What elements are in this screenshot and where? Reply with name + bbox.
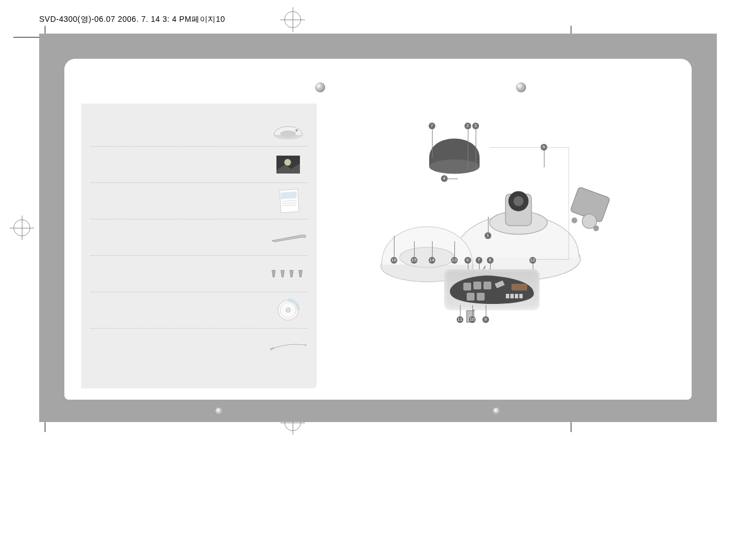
package-contents-panel <box>81 104 317 388</box>
svg-rect-30 <box>511 284 527 291</box>
callout-number: 6 <box>464 257 471 264</box>
callout-number: 14 <box>429 257 435 264</box>
callout-number: 4 <box>441 175 448 182</box>
registration-mark-icon <box>284 11 301 28</box>
callout-number: 7 <box>476 257 482 264</box>
svg-point-11 <box>305 345 306 346</box>
cd-disc-icon <box>269 296 308 325</box>
test-monitor-cable-icon <box>269 332 308 361</box>
content-row: 7 2 3 4 5 1 <box>64 98 692 400</box>
right-page: 7 2 3 4 5 1 <box>328 98 692 400</box>
control-board-panel <box>444 269 539 310</box>
svg-point-1 <box>280 130 296 137</box>
callout-line <box>414 241 415 257</box>
callout-line <box>432 241 433 257</box>
svg-rect-25 <box>463 283 471 291</box>
callout-number: 2 <box>464 123 471 129</box>
svg-rect-28 <box>467 293 475 301</box>
callout-number: 15 <box>411 257 417 264</box>
callout-line <box>394 236 395 257</box>
callout-number: 8 <box>487 257 494 264</box>
list-item <box>90 219 308 256</box>
svg-point-10 <box>286 308 290 312</box>
prepress-header: SVD-4300(영)-06.07 2006. 7. 14 3: 4 PM페이지… <box>39 15 225 25</box>
svg-rect-34 <box>519 294 523 298</box>
callout-line <box>448 179 458 179</box>
callout-number: 12 <box>529 257 536 264</box>
list-item <box>90 110 308 147</box>
list-item <box>90 183 308 219</box>
callout-number: 16 <box>391 257 397 264</box>
manual-spread: 7 2 3 4 5 1 <box>64 59 692 400</box>
parts-diagram: 7 2 3 4 5 1 <box>345 115 675 388</box>
list-item <box>90 292 308 329</box>
callout-line <box>454 241 455 257</box>
callout-line <box>472 305 473 316</box>
svg-point-17 <box>429 160 480 174</box>
callout-line <box>468 129 468 170</box>
left-page <box>64 98 328 400</box>
list-item <box>90 256 308 292</box>
svg-point-22 <box>571 217 578 224</box>
svg-point-2 <box>295 129 298 132</box>
svg-rect-33 <box>515 294 518 298</box>
page-background: 7 2 3 4 5 1 <box>39 34 717 422</box>
list-item <box>90 329 308 364</box>
svg-rect-27 <box>483 282 491 289</box>
svg-point-19 <box>400 247 454 268</box>
callout-line <box>488 217 489 232</box>
list-item <box>90 147 308 183</box>
callout-number: 11 <box>457 316 463 323</box>
binding-dot-icon <box>493 407 500 414</box>
callout-number: 3 <box>472 123 479 129</box>
crop-mark <box>13 37 41 38</box>
svg-rect-29 <box>477 293 485 301</box>
binding-dot-icon <box>516 82 526 92</box>
callout-number: 13 <box>451 257 458 264</box>
callout-line <box>432 129 433 157</box>
manual-sheet-icon <box>269 186 308 216</box>
callout-number: 9 <box>482 316 489 323</box>
header-band <box>64 59 692 92</box>
registration-mark-icon <box>13 219 30 236</box>
hex-wrench-icon <box>269 223 308 252</box>
photo-sample-icon <box>269 150 308 179</box>
screws-icon <box>269 259 308 288</box>
dome-camera-icon <box>269 114 308 143</box>
dotted-connector <box>534 259 569 260</box>
control-board-icon <box>444 269 539 310</box>
callout-line <box>460 305 461 316</box>
callout-number: 10 <box>469 316 476 323</box>
svg-rect-31 <box>506 294 509 298</box>
callout-number: 7 <box>429 123 435 129</box>
svg-rect-26 <box>473 282 481 289</box>
callout-line <box>476 129 476 170</box>
dotted-connector <box>490 147 569 260</box>
callout-line <box>486 305 486 316</box>
binding-dot-icon <box>215 407 222 414</box>
svg-rect-32 <box>510 294 514 298</box>
